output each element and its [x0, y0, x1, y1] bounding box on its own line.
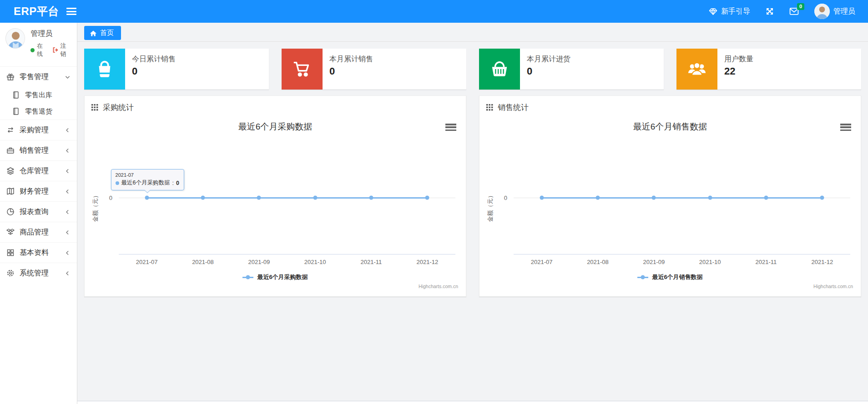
stat-label: 用户数量	[724, 55, 753, 64]
guide-label: 新手引导	[721, 7, 750, 16]
sidebar-menu: 零售管理 零售出库 零售退货 采购管理	[0, 66, 77, 283]
series-dot-icon	[116, 181, 119, 185]
tab-strip: 首页	[77, 23, 868, 42]
stat-value: 0	[132, 65, 176, 77]
stat-label: 今日累计销售	[132, 55, 176, 64]
grid-icon	[6, 249, 15, 257]
content-wrapper: 首页 今日累计销售 0	[77, 23, 868, 401]
sidebar-item-sales[interactable]: 销售管理	[0, 140, 77, 160]
shopping-bag-icon	[84, 49, 125, 90]
gear-icon	[6, 269, 15, 277]
x-axis-labels: 2021-072021-08 2021-092021-10 2021-11202…	[514, 259, 850, 265]
th-grid-icon	[91, 104, 98, 111]
sidebar-item-basic-data[interactable]: 基本资料	[0, 242, 77, 263]
panel-title: 销售统计	[498, 102, 529, 113]
chart-tooltip: 2021-07 最近6个月采购数据: 0	[111, 169, 184, 190]
chevron-left-icon	[65, 270, 71, 276]
highcharts-credits-link[interactable]: Highcharts.com.cn	[419, 284, 458, 289]
tooltip-series: 最近6个月采购数据	[121, 179, 170, 187]
data-point[interactable]	[201, 196, 205, 200]
sidebar-toggle-icon[interactable]	[66, 8, 76, 15]
chart-panels-row: 采购统计 最近6个月采购数据 金额（元） 0	[84, 95, 861, 297]
stat-card-user-count: 用户数量 22	[676, 49, 861, 90]
legend-marker-icon	[637, 275, 648, 279]
sidebar: 管理员 在线 注销 零售管理	[0, 23, 77, 404]
chevron-left-icon	[65, 127, 71, 133]
data-point[interactable]	[596, 196, 600, 200]
sidebar-item-retail-return[interactable]: 零售退货	[0, 103, 77, 120]
briefcase-icon	[6, 146, 15, 155]
footer	[77, 401, 868, 404]
stat-label: 本月累计销售	[329, 55, 373, 64]
plot-area: 2021-07 最近6个月采购数据: 0	[119, 115, 455, 254]
stat-value: 0	[527, 65, 570, 77]
app-logo[interactable]: ERP平台	[0, 4, 63, 19]
sidebar-user-panel: 管理员 在线 注销	[0, 23, 77, 63]
user-avatar	[814, 4, 830, 19]
series-line	[147, 197, 428, 199]
stat-value: 22	[724, 65, 753, 77]
fullscreen-arrows-icon	[766, 7, 774, 15]
user-menu[interactable]: 管理员	[814, 4, 855, 19]
layers-icon	[6, 167, 15, 175]
data-point[interactable]	[708, 196, 712, 200]
data-point[interactable]	[369, 196, 373, 200]
series-line	[542, 197, 823, 199]
chevron-left-icon	[65, 250, 71, 256]
data-point[interactable]	[257, 196, 261, 200]
legend-item[interactable]: 最近6个月采购数据	[87, 273, 464, 281]
stat-card-today-sales: 今日累计销售 0	[84, 49, 269, 90]
guide-link[interactable]: 新手引导	[709, 7, 750, 16]
sidebar-avatar	[5, 28, 25, 49]
ledger-icon	[6, 187, 15, 195]
sales-stats-panel: 销售统计 最近6个月销售数据 金额（元） 0	[479, 95, 861, 297]
data-point[interactable]	[540, 196, 544, 200]
y-axis-title: 金额（元）	[91, 193, 100, 222]
exchange-icon	[6, 126, 15, 134]
dashboard-content: 今日累计销售 0 本月累计销售 0	[77, 42, 868, 304]
journal-icon	[12, 91, 20, 99]
sidebar-item-products[interactable]: 商品管理	[0, 222, 77, 242]
sidebar-item-retail-outbound[interactable]: 零售出库	[0, 87, 77, 103]
sidebar-item-finance[interactable]: 财务管理	[0, 181, 77, 201]
legend-marker-icon	[242, 275, 253, 279]
home-icon	[90, 30, 97, 37]
sidebar-item-purchase[interactable]: 采购管理	[0, 120, 77, 140]
stat-value: 0	[329, 65, 373, 77]
chevron-down-icon	[65, 74, 71, 80]
sidebar-item-system[interactable]: 系统管理	[0, 263, 77, 283]
logout-link[interactable]: 注销	[52, 42, 71, 58]
chevron-left-icon	[65, 209, 71, 215]
sidebar-item-reports[interactable]: 报表查询	[0, 201, 77, 222]
data-point[interactable]	[764, 196, 768, 200]
legend-item[interactable]: 最近6个月销售数据	[482, 273, 858, 281]
online-status-icon	[30, 48, 35, 52]
chevron-left-icon	[65, 229, 71, 235]
purchase-stats-panel: 采购统计 最近6个月采购数据 金额（元） 0	[84, 95, 466, 297]
tooltip-value: 0	[176, 180, 179, 186]
chevron-left-icon	[65, 189, 71, 195]
y-axis-title: 金额（元）	[486, 193, 495, 222]
messages-button[interactable]: 0	[789, 7, 799, 15]
fullscreen-button[interactable]	[766, 7, 774, 15]
data-point[interactable]	[313, 196, 317, 200]
highcharts-credits-link[interactable]: Highcharts.com.cn	[813, 284, 853, 289]
data-point[interactable]	[820, 196, 824, 200]
stat-cards-row: 今日累计销售 0 本月累计销售 0	[84, 49, 861, 90]
tooltip-date: 2021-07	[116, 172, 179, 178]
navbar-username: 管理员	[833, 7, 855, 16]
plot-area	[514, 115, 850, 254]
panel-title: 采购统计	[103, 102, 134, 113]
journal-icon	[12, 107, 20, 115]
message-count-badge: 0	[797, 3, 804, 10]
chevron-left-icon	[65, 148, 71, 154]
purchase-chart: 最近6个月采购数据 金额（元） 0 2021-07	[87, 115, 464, 293]
sidebar-item-warehouse[interactable]: 仓库管理	[0, 160, 77, 181]
shopping-basket-icon	[479, 49, 520, 90]
top-navbar: ERP平台 新手引导 0	[0, 0, 868, 23]
sidebar-item-retail[interactable]: 零售管理	[0, 66, 77, 87]
data-point[interactable]	[425, 196, 429, 200]
pie-chart-icon	[6, 208, 15, 216]
data-point[interactable]	[652, 196, 656, 200]
tab-home[interactable]: 首页	[84, 26, 121, 40]
